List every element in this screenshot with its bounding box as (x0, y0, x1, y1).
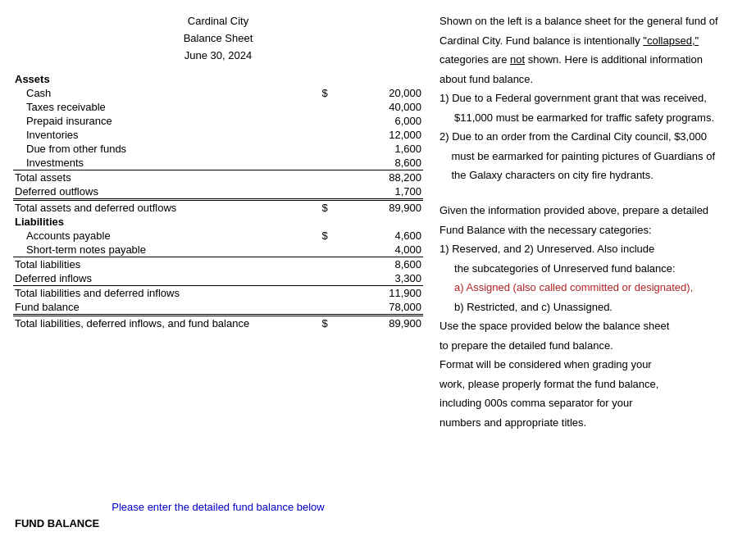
right-text-21: including 000s comma separator for your (439, 397, 633, 409)
balance-sheet-header: Cardinal City Balance Sheet June 30, 202… (13, 13, 423, 64)
asset-label-inventories: Inventories (13, 128, 294, 142)
asset-amount-due-from: 1,600 (330, 142, 423, 156)
deferred-inflows-amount: 3,300 (330, 271, 423, 286)
right-line-12: Fund Balance with the necessary categori… (439, 222, 743, 239)
right-text-4: about fund balance. (439, 73, 533, 85)
right-text-22: numbers and appropriate titles. (439, 416, 586, 429)
right-line-7: 2) Due to an order from the Cardinal Cit… (439, 129, 743, 145)
deferred-outflows-label: Deferred outflows (13, 184, 294, 200)
asset-label-cash: Cash (13, 86, 294, 100)
right-text-9: the Galaxy characters on city fire hydra… (439, 169, 654, 181)
spacer-12 (13, 547, 423, 559)
fund-balance-header-row: FUND BALANCE (13, 514, 423, 530)
right-text-16: b) Restricted, and c) Unassigned. (439, 301, 613, 313)
liabilities-header-row: Liabilities (13, 215, 423, 229)
deferred-inflows-row: Deferred inflows 3,300 (13, 271, 423, 286)
deferred-outflows-dollar (294, 184, 330, 200)
spacer-1 (13, 330, 423, 347)
total-liabilities-deferred-amount: 11,900 (330, 286, 423, 301)
right-line-5: 1) Due to a Federal government grant tha… (439, 90, 743, 107)
right-line-9: the Galaxy characters on city fire hydra… (439, 167, 743, 184)
right-line-20: work, please properly format the fund ba… (439, 376, 743, 393)
total-liabilities-label: Total liabilities (13, 257, 294, 272)
asset-dollar-taxes (294, 100, 330, 114)
asset-amount-inventories: 12,000 (330, 128, 423, 142)
left-panel: Cardinal City Balance Sheet June 30, 202… (13, 13, 423, 559)
asset-label-taxes: Taxes receivable (13, 100, 294, 114)
right-line-8: must be earmarked for painting pictures … (439, 148, 743, 165)
liability-label-accounts-payable: Accounts payable (13, 229, 294, 243)
total-assets-label: Total assets (13, 170, 294, 185)
asset-row-prepaid: Prepaid insurance 6,000 (13, 114, 423, 128)
asset-row-inventories: Inventories 12,000 (13, 128, 423, 142)
right-line-2: Cardinal City. Fund balance is intention… (439, 33, 743, 49)
right-line-11: Given the information provided above, pr… (439, 202, 743, 219)
right-text-19: Format will be considered when grading y… (439, 358, 652, 370)
right-line-6: $11,000 must be earmarked for traffic sa… (439, 110, 743, 126)
total-final-label: Total liabilities, deferred inflows, and… (13, 316, 294, 331)
asset-amount-prepaid: 6,000 (330, 114, 423, 128)
asset-row-cash: Cash $ 20,000 (13, 86, 423, 100)
asset-amount-investments: 8,600 (330, 156, 423, 170)
fund-balance-label: Fund balance (13, 300, 294, 316)
total-liabilities-amount: 8,600 (330, 257, 423, 272)
liability-amount-notes-payable: 4,000 (330, 243, 423, 257)
right-text-6: $11,000 must be earmarked for traffic sa… (439, 111, 714, 124)
liability-row-notes-payable: Short-term notes payable 4,000 (13, 243, 423, 257)
deferred-outflows-amount: 1,700 (330, 184, 423, 200)
asset-amount-cash: 20,000 (330, 86, 423, 100)
asset-label-prepaid: Prepaid insurance (13, 114, 294, 128)
total-liabilities-deferred-label: Total liabilities and deferred inflows (13, 286, 294, 301)
right-text-20: work, please properly format the fund ba… (439, 378, 658, 390)
liability-dollar-accounts-payable: $ (294, 229, 330, 243)
spacer-2 (13, 347, 423, 363)
right-line-13: 1) Reserved, and 2) Unreserved. Also inc… (439, 241, 743, 257)
right-line-1: Shown on the left is a balance sheet for… (439, 13, 743, 30)
right-text-8: must be earmarked for painting pictures … (439, 150, 715, 162)
right-text-15: a) Assigned (also called committed or de… (439, 281, 693, 293)
total-assets-deferred-amount: 89,900 (330, 200, 423, 216)
right-text-18: to prepare the detailed fund balance. (439, 339, 613, 352)
right-text-5: 1) Due to a Federal government grant tha… (439, 92, 707, 104)
right-line-22: numbers and appropriate titles. (439, 415, 743, 431)
right-line-19: Format will be considered when grading y… (439, 357, 743, 373)
balance-sheet-table: Assets Cash $ 20,000 Taxes receivable 40… (13, 72, 423, 559)
assets-label: Assets (13, 72, 294, 86)
asset-amount-taxes: 40,000 (330, 100, 423, 114)
spacer-6 (13, 412, 423, 429)
assets-header-row: Assets (13, 72, 423, 86)
asset-row-due-from: Due from other funds 1,600 (13, 142, 423, 156)
asset-dollar-inventories (294, 128, 330, 142)
spacer-9 (13, 461, 423, 478)
right-line-4: about fund balance. (439, 71, 743, 88)
spacer-5 (13, 396, 423, 412)
right-text-7: 2) Due to an order from the Cardinal Cit… (439, 130, 707, 143)
total-liabilities-deferred-dollar (294, 286, 330, 301)
right-line-3: categories are not shown. Here is additi… (439, 52, 743, 68)
instructions-enter-text: Please enter the detailed fund balance b… (112, 501, 324, 513)
spacer-11 (13, 530, 423, 547)
total-final-row: Total liabilities, deferred inflows, and… (13, 316, 423, 331)
deferred-inflows-dollar (294, 271, 330, 286)
right-line-15: a) Assigned (also called committed or de… (439, 280, 743, 296)
right-text-2: Cardinal City. Fund balance is intention… (439, 34, 699, 47)
liability-dollar-notes-payable (294, 243, 330, 257)
total-assets-deferred-dollar: $ (294, 200, 330, 216)
asset-dollar-investments (294, 156, 330, 170)
right-text-14: the subcategories of Unreserved fund bal… (439, 262, 676, 275)
total-assets-deferred-row: Total assets and deferred outflows $ 89,… (13, 200, 423, 216)
right-text-3: categories are not shown. Here is additi… (439, 53, 703, 66)
fund-balance-row: Fund balance 78,000 (13, 300, 423, 316)
right-line-16: b) Restricted, and c) Unassigned. (439, 299, 743, 316)
total-assets-row: Total assets 88,200 (13, 170, 423, 185)
fund-balance-header-label: FUND BALANCE (13, 514, 294, 530)
instructions-row: Please enter the detailed fund balance b… (13, 494, 423, 514)
total-final-amount: 89,900 (330, 316, 423, 331)
total-liabilities-deferred-row: Total liabilities and deferred inflows 1… (13, 286, 423, 301)
liabilities-label: Liabilities (13, 215, 294, 229)
asset-label-due-from: Due from other funds (13, 142, 294, 156)
sheet-date: June 30, 2024 (13, 48, 423, 65)
total-assets-dollar (294, 170, 330, 185)
deferred-outflows-row: Deferred outflows 1,700 (13, 184, 423, 200)
spacer-7 (13, 429, 423, 445)
